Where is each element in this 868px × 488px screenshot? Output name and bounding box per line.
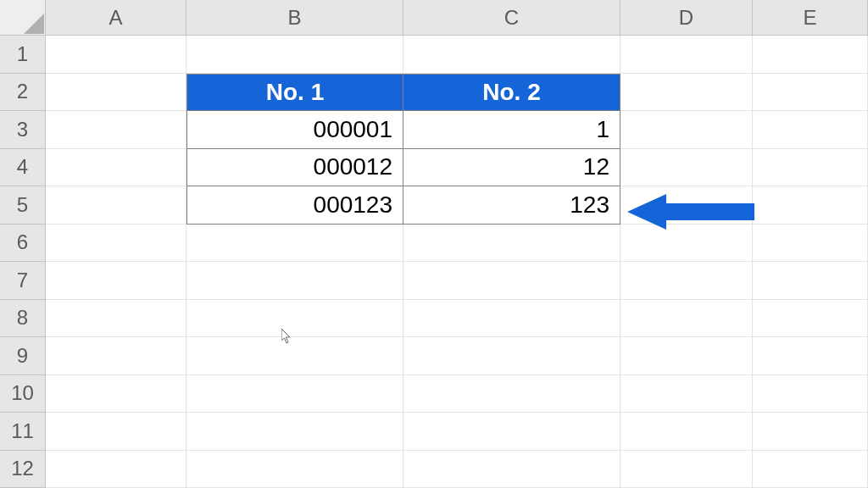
cell-b7[interactable] [186, 262, 403, 300]
cell-e3[interactable] [753, 111, 868, 149]
cell-d8[interactable] [620, 300, 753, 338]
cell-e9[interactable] [753, 337, 868, 375]
cell-a9[interactable] [46, 337, 186, 375]
cell-e4[interactable] [753, 149, 868, 187]
cell-a7[interactable] [46, 262, 186, 300]
cell-a4[interactable] [46, 149, 186, 187]
cell-b9[interactable] [186, 337, 403, 375]
row-header-2[interactable]: 2 [0, 74, 46, 112]
cell-c11[interactable] [403, 413, 620, 451]
cell-c4[interactable]: 12 [403, 149, 620, 187]
cell-b4[interactable]: 000012 [186, 149, 403, 187]
cell-a3[interactable] [46, 111, 186, 149]
cell-b11[interactable] [186, 413, 403, 451]
col-header-b[interactable]: B [186, 0, 403, 36]
cell-e5[interactable] [753, 186, 868, 225]
col-header-c[interactable]: C [403, 0, 620, 36]
cell-d7[interactable] [620, 262, 753, 300]
cell-d3[interactable] [620, 111, 753, 149]
cell-e8[interactable] [753, 300, 868, 338]
cell-d2[interactable] [620, 74, 753, 112]
cell-a12[interactable] [46, 451, 186, 489]
row-header-6[interactable]: 6 [0, 225, 46, 263]
cell-b8[interactable] [186, 300, 403, 338]
cell-a1[interactable] [46, 36, 186, 74]
row-header-12[interactable]: 12 [0, 451, 46, 489]
cell-a2[interactable] [46, 74, 186, 112]
cell-d9[interactable] [620, 337, 753, 375]
cell-c3[interactable]: 1 [403, 111, 620, 149]
row-header-11[interactable]: 11 [0, 413, 46, 451]
cell-e10[interactable] [753, 375, 868, 413]
cell-e12[interactable] [753, 451, 868, 489]
row-header-3[interactable]: 3 [0, 111, 46, 149]
spreadsheet-grid[interactable]: A B C D E 1 2 No. 1 No. 2 3 000001 1 4 0… [0, 0, 868, 488]
cell-b12[interactable] [186, 451, 403, 489]
cell-a5[interactable] [46, 186, 186, 225]
table-header-no2[interactable]: No. 2 [403, 74, 620, 112]
cell-d10[interactable] [620, 375, 753, 413]
col-header-a[interactable]: A [46, 0, 186, 36]
cell-c12[interactable] [403, 451, 620, 489]
cell-c10[interactable] [403, 375, 620, 413]
cell-c7[interactable] [403, 262, 620, 300]
cell-a11[interactable] [46, 413, 186, 451]
cell-d6[interactable] [620, 225, 753, 263]
cell-e7[interactable] [753, 262, 868, 300]
cell-e1[interactable] [753, 36, 868, 74]
cell-e2[interactable] [753, 74, 868, 112]
cell-b6[interactable] [186, 225, 403, 263]
row-header-10[interactable]: 10 [0, 375, 46, 413]
row-header-1[interactable]: 1 [0, 36, 46, 74]
cell-a10[interactable] [46, 375, 186, 413]
cell-b1[interactable] [186, 36, 403, 74]
row-header-9[interactable]: 9 [0, 337, 46, 375]
col-header-d[interactable]: D [620, 0, 753, 36]
cell-d5[interactable] [620, 186, 753, 225]
cell-a6[interactable] [46, 225, 186, 263]
cell-e11[interactable] [753, 413, 868, 451]
cell-b10[interactable] [186, 375, 403, 413]
row-header-5[interactable]: 5 [0, 186, 46, 225]
cell-c1[interactable] [403, 36, 620, 74]
cell-b3[interactable]: 000001 [186, 111, 403, 149]
cell-c5[interactable]: 123 [403, 186, 620, 225]
col-header-e[interactable]: E [753, 0, 868, 36]
table-header-no1[interactable]: No. 1 [186, 74, 403, 112]
cell-d12[interactable] [620, 451, 753, 489]
cell-d11[interactable] [620, 413, 753, 451]
cell-c6[interactable] [403, 225, 620, 263]
row-header-4[interactable]: 4 [0, 149, 46, 187]
cell-a8[interactable] [46, 300, 186, 338]
cell-d4[interactable] [620, 149, 753, 187]
cell-e6[interactable] [753, 225, 868, 263]
cell-b5[interactable]: 000123 [186, 186, 403, 225]
cell-c8[interactable] [403, 300, 620, 338]
cell-c9[interactable] [403, 337, 620, 375]
row-header-8[interactable]: 8 [0, 300, 46, 338]
select-all-corner[interactable] [0, 0, 46, 36]
row-header-7[interactable]: 7 [0, 262, 46, 300]
cell-d1[interactable] [620, 36, 753, 74]
